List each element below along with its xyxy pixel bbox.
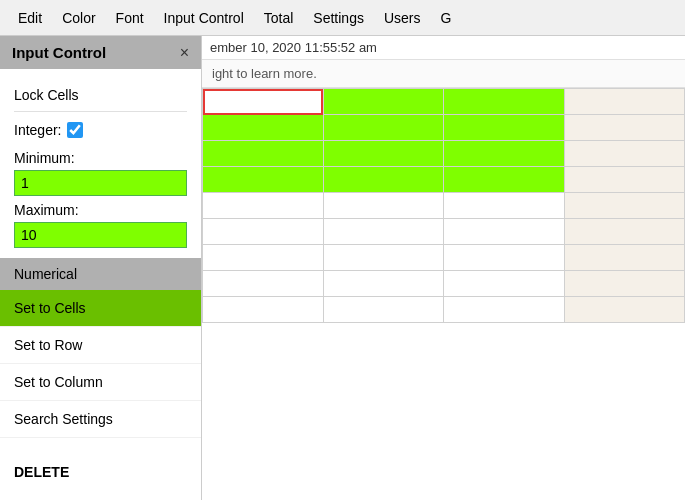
table-row	[203, 115, 685, 141]
table-cell[interactable]	[564, 245, 685, 271]
sidebar-delete-button[interactable]: DELETE	[14, 454, 187, 490]
table-cell[interactable]	[564, 167, 685, 193]
table-cell[interactable]	[323, 89, 444, 115]
table-row	[203, 297, 685, 323]
table-cell[interactable]	[444, 193, 565, 219]
menu-item-input-control[interactable]: Input Control	[154, 0, 254, 35]
menu-item-g[interactable]: G	[431, 0, 462, 35]
table-row	[203, 219, 685, 245]
sidebar-title: Input Control	[12, 44, 106, 61]
table-cell[interactable]	[323, 245, 444, 271]
table-cell[interactable]	[564, 219, 685, 245]
table-cell[interactable]	[444, 115, 565, 141]
sidebar-item-set-to-row[interactable]: Set to Row	[0, 327, 201, 364]
menu-item-color[interactable]: Color	[52, 0, 105, 35]
table-cell[interactable]	[564, 271, 685, 297]
sidebar-item-set-to-cells[interactable]: Set to Cells	[0, 290, 201, 327]
spreadsheet-table	[202, 88, 685, 323]
table-cell[interactable]	[323, 297, 444, 323]
sidebar-menu-items: Set to Cells Set to Row Set to Column Se…	[14, 290, 187, 438]
table-cell[interactable]	[444, 141, 565, 167]
maximum-input[interactable]	[14, 222, 187, 248]
table-cell[interactable]	[323, 167, 444, 193]
table-cell[interactable]	[564, 297, 685, 323]
menu-item-font[interactable]: Font	[106, 0, 154, 35]
table-cell[interactable]	[444, 219, 565, 245]
sheet-container[interactable]	[202, 88, 685, 500]
table-cell[interactable]	[203, 245, 324, 271]
table-cell[interactable]	[323, 115, 444, 141]
sidebar-body: Lock Cells Integer: Minimum: Maximum: Nu…	[0, 69, 201, 500]
table-row	[203, 271, 685, 297]
learn-more-bar: ight to learn more.	[202, 60, 685, 88]
table-cell[interactable]	[323, 219, 444, 245]
table-row	[203, 141, 685, 167]
sidebar-item-search-settings[interactable]: Search Settings	[0, 401, 201, 438]
table-cell[interactable]	[203, 115, 324, 141]
table-cell[interactable]	[444, 167, 565, 193]
table-cell[interactable]	[203, 219, 324, 245]
table-cell[interactable]	[444, 245, 565, 271]
timestamp-bar: ember 10, 2020 11:55:52 am	[202, 36, 685, 60]
table-row	[203, 245, 685, 271]
table-cell[interactable]	[203, 167, 324, 193]
menu-item-edit[interactable]: Edit	[8, 0, 52, 35]
table-cell[interactable]	[564, 89, 685, 115]
table-cell[interactable]	[444, 89, 565, 115]
sidebar-panel: Input Control × Lock Cells Integer: Mini…	[0, 36, 202, 500]
sidebar-item-set-to-column[interactable]: Set to Column	[0, 364, 201, 401]
table-row	[203, 89, 685, 115]
table-cell[interactable]	[203, 141, 324, 167]
table-cell[interactable]	[323, 141, 444, 167]
spreadsheet-area: ember 10, 2020 11:55:52 am ight to learn…	[202, 36, 685, 500]
table-cell[interactable]	[323, 193, 444, 219]
table-row	[203, 193, 685, 219]
minimum-input[interactable]	[14, 170, 187, 196]
table-cell[interactable]	[564, 115, 685, 141]
menu-item-settings[interactable]: Settings	[303, 0, 374, 35]
table-cell[interactable]	[203, 271, 324, 297]
menu-item-total[interactable]: Total	[254, 0, 304, 35]
table-cell[interactable]	[444, 271, 565, 297]
lock-cells-item[interactable]: Lock Cells	[14, 79, 187, 112]
table-cell[interactable]	[323, 271, 444, 297]
table-cell[interactable]	[444, 297, 565, 323]
numerical-section: Numerical	[0, 258, 201, 290]
table-cell[interactable]	[203, 297, 324, 323]
minimum-label: Minimum:	[14, 150, 187, 166]
table-cell[interactable]	[564, 193, 685, 219]
main-content: Input Control × Lock Cells Integer: Mini…	[0, 36, 685, 500]
integer-row: Integer:	[14, 112, 187, 144]
integer-checkbox[interactable]	[67, 122, 83, 138]
integer-label: Integer:	[14, 122, 61, 138]
menu-item-users[interactable]: Users	[374, 0, 431, 35]
table-cell[interactable]	[203, 193, 324, 219]
table-cell[interactable]	[203, 89, 324, 115]
maximum-label: Maximum:	[14, 202, 187, 218]
sidebar-header: Input Control ×	[0, 36, 201, 69]
table-row	[203, 167, 685, 193]
sidebar-close-button[interactable]: ×	[180, 45, 189, 61]
table-cell[interactable]	[564, 141, 685, 167]
menubar: Edit Color Font Input Control Total Sett…	[0, 0, 685, 36]
